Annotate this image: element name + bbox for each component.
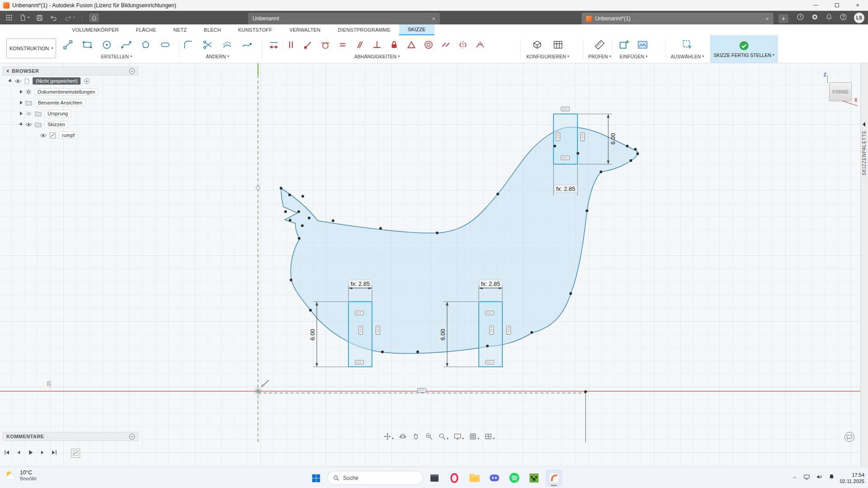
dimension-grip[interactable] — [376, 326, 380, 335]
dimension-grip[interactable] — [417, 388, 426, 393]
timeline-step-forward-button[interactable] — [39, 449, 45, 457]
job-status-icon[interactable] — [796, 13, 804, 23]
browser-item-label[interactable]: Skizzen — [44, 121, 68, 128]
create-line-icon[interactable] — [61, 38, 75, 52]
collinear-constraint-icon[interactable] — [439, 38, 453, 52]
create-polygon-icon[interactable] — [139, 38, 153, 52]
dimension-grip[interactable] — [489, 326, 494, 335]
coincident-constraint-icon[interactable] — [301, 38, 315, 52]
ribbon-tab-kunststoff[interactable]: KUNSTSTOFF — [229, 24, 281, 35]
parallel-constraint-icon[interactable] — [353, 38, 367, 52]
dimension-grip[interactable] — [506, 326, 511, 335]
expander-icon[interactable] — [8, 79, 13, 83]
einfuegen-dropdown[interactable]: EINFÜGEN▾ — [620, 54, 647, 59]
timeline-step-back-button[interactable] — [16, 449, 22, 457]
dimension-label-head-height[interactable]: 6.00 — [610, 133, 616, 144]
visibility-eye-icon[interactable] — [14, 79, 21, 84]
undo-icon[interactable] — [50, 14, 57, 21]
curvature-constraint-icon[interactable] — [473, 38, 487, 52]
visibility-eye-icon[interactable] — [40, 133, 47, 138]
account-avatar[interactable]: LS — [854, 13, 864, 23]
notifications-icon[interactable] — [825, 13, 833, 23]
dimension-label-head-width[interactable]: fx: 2.85 — [554, 185, 577, 193]
trim-icon[interactable] — [201, 38, 215, 52]
sketch-point[interactable] — [584, 390, 587, 393]
home-button[interactable] — [89, 13, 99, 22]
taskbar-app-opera[interactable] — [446, 469, 463, 487]
zoom-button[interactable] — [424, 431, 434, 441]
ribbon-tab-netz[interactable]: NETZ — [165, 24, 196, 35]
taskbar-app-minecraft[interactable] — [525, 469, 543, 487]
ribbon-tab-skizze[interactable]: SKIZZE — [399, 24, 434, 35]
viewports-button[interactable]: ▾ — [483, 431, 496, 441]
timeline-skip-end-button[interactable] — [51, 449, 57, 458]
konstruktion-dropdown[interactable]: KONSTRUKTION ▾ — [6, 38, 56, 58]
add-comment-button[interactable] — [844, 432, 854, 442]
pan-button[interactable]: ▾ — [382, 431, 395, 441]
aendern-dropdown[interactable]: ÄNDERN▾ — [206, 54, 229, 59]
model-viewport[interactable]: 6.00 fx: 2.85 fx: 2.85 6.00 fx: 2.85 6.0… — [0, 63, 868, 467]
browser-row-root[interactable]: (Nicht gespeichert) — [3, 76, 138, 86]
auswaehlen-dropdown[interactable]: AUSWÄHLEN▾ — [671, 54, 704, 59]
browser-root-label[interactable]: (Nicht gespeichert) — [33, 77, 81, 85]
close-button[interactable]: × — [847, 0, 868, 10]
dimension-label-leg2-width[interactable]: fx: 2.85 — [479, 280, 502, 288]
dimension-grip[interactable] — [485, 360, 494, 365]
doc-tab-unbenannt[interactable]: Unbenannt × — [248, 13, 440, 24]
orbit-button[interactable] — [398, 431, 408, 441]
configure-icon[interactable] — [530, 38, 544, 52]
dimension-grip[interactable] — [556, 132, 560, 141]
app-grid-icon[interactable] — [5, 14, 13, 21]
minimize-panel-icon[interactable]: – — [129, 68, 135, 74]
expander-icon[interactable] — [20, 112, 23, 115]
fillet-icon[interactable] — [181, 38, 195, 52]
select-icon[interactable] — [681, 38, 694, 52]
midpoint-constraint-icon[interactable] — [405, 38, 418, 52]
measure-icon[interactable] — [593, 38, 606, 52]
concentric-constraint-icon[interactable] — [422, 38, 435, 52]
offset-icon[interactable] — [220, 38, 234, 52]
viewcube-front-face[interactable]: VORNE — [829, 82, 852, 101]
browser-item-label[interactable]: Dokumenteneinstellungen — [34, 88, 98, 95]
configuration-table-icon[interactable] — [551, 38, 565, 52]
timeline-play-button[interactable] — [27, 449, 34, 458]
display-settings-button[interactable]: ▾ — [453, 431, 465, 441]
grid-snaps-button[interactable]: ▾ — [468, 431, 480, 441]
visibility-eye-icon[interactable] — [25, 122, 32, 127]
taskbar-app-fusion[interactable] — [545, 469, 563, 487]
taskbar-app-discord[interactable] — [486, 469, 503, 487]
browser-sketch-label[interactable]: rumpf — [59, 132, 78, 139]
ribbon-tab-dienstprogramme[interactable]: DIENSTPROGRAMME — [329, 24, 399, 35]
close-tab-icon[interactable]: × — [762, 15, 769, 22]
browser-row-ursprung[interactable]: Ursprung — [3, 108, 138, 119]
browser-panel-header[interactable]: BROWSER – — [3, 66, 138, 76]
dimension-grip[interactable] — [485, 311, 494, 315]
create-spline-icon[interactable] — [119, 38, 133, 52]
help-icon[interactable] — [839, 13, 847, 23]
fix-constraint-icon[interactable] — [387, 38, 401, 52]
browser-row-benannte-ansichten[interactable]: Benannte Ansichten — [3, 97, 138, 108]
sketch-dimension-icon[interactable] — [267, 38, 281, 52]
dimension-grip[interactable] — [561, 156, 570, 160]
tangent-constraint-icon[interactable] — [319, 38, 332, 52]
expander-icon[interactable] — [20, 90, 23, 94]
dimension-grip[interactable] — [355, 311, 364, 315]
konfigurieren-dropdown[interactable]: KONFIGURIEREN▾ — [526, 54, 569, 59]
taskbar-app-window[interactable] — [426, 469, 443, 487]
redo-icon[interactable]: ▾ — [64, 14, 75, 21]
pan-hand-button[interactable] — [411, 431, 421, 441]
dimension-label-leg1-width[interactable]: fx: 2.85 — [349, 280, 372, 288]
create-circle-icon[interactable] — [100, 38, 114, 52]
erstellen-dropdown[interactable]: ERSTELLEN▾ — [101, 54, 132, 59]
pruefen-dropdown[interactable]: PRÜFEN▾ — [588, 54, 611, 59]
weather-widget[interactable]: 10°C Bewölkt — [5, 469, 37, 481]
horizontal-vertical-constraint-icon[interactable] — [284, 38, 298, 52]
sketch-palette-strip[interactable]: SKIZZENPALETTE — [860, 63, 868, 467]
browser-row-dokumenteneinstellungen[interactable]: Dokumenteneinstellungen — [3, 86, 138, 97]
comments-panel-header[interactable]: KOMMENTARE – — [3, 432, 138, 441]
ribbon-tab-flaeche[interactable]: FLÄCHE — [127, 24, 165, 35]
insert-image-icon[interactable] — [636, 38, 649, 52]
extensions-icon[interactable] — [811, 13, 819, 23]
collapse-panel-icon[interactable] — [6, 69, 9, 73]
dimension-label-leg1-height[interactable]: 6.00 — [309, 329, 316, 340]
